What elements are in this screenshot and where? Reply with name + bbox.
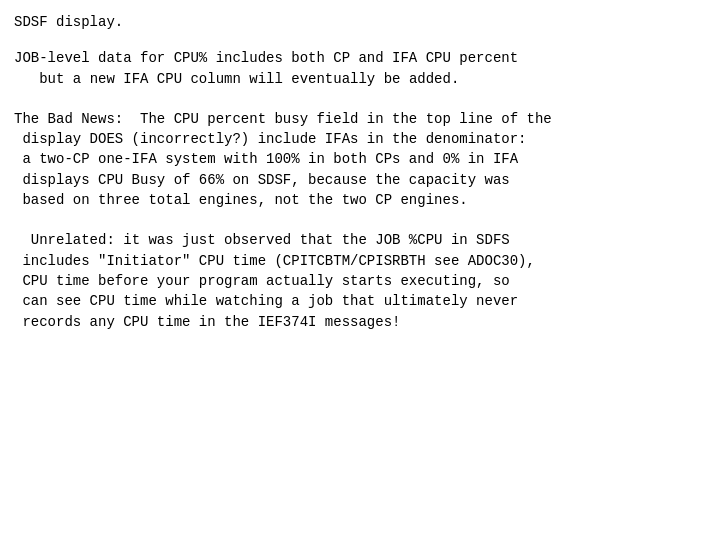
- paragraph-sdsf-display: SDSF display.: [14, 12, 706, 32]
- paragraph-job-level: JOB-level data for CPU% includes both CP…: [14, 48, 706, 89]
- paragraph-bad-news: The Bad News: The CPU percent busy field…: [14, 109, 706, 210]
- paragraph-unrelated: Unrelated: it was just observed that the…: [14, 230, 706, 331]
- content-area: SDSF display. JOB-level data for CPU% in…: [14, 12, 706, 332]
